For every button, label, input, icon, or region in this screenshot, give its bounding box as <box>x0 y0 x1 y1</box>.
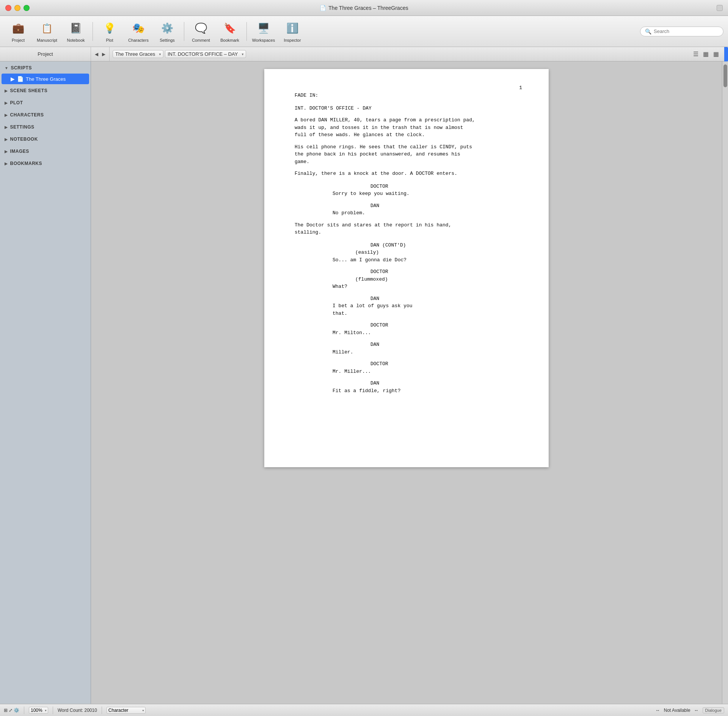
sidebar-item-three-graces[interactable]: ▶ 📄 The Three Graces <box>2 74 89 84</box>
script-scene-heading: INT. DOCTOR'S OFFICE - DAY <box>295 105 522 112</box>
location-icon: ↔ <box>656 708 660 713</box>
page-number: 1 <box>519 84 522 92</box>
script-char-dan-2: DAN <box>370 295 522 303</box>
sidebar-images-header[interactable]: ▶ IMAGES <box>0 145 91 157</box>
toolbar-plot-label: Plot <box>106 38 113 42</box>
sidebar-plot-header[interactable]: ▶ PLOT <box>0 96 91 108</box>
grid-view-icon[interactable]: ▦ <box>701 50 710 58</box>
location-select[interactable]: INT. DOCTOR'S OFFICE – DAY <box>165 50 246 58</box>
images-chevron-icon: ▶ <box>5 149 8 154</box>
toolbar-project-label: Project <box>12 38 25 42</box>
element-select-wrap: Character Action Dialogue Scene Heading <box>107 707 146 714</box>
workspaces-icon: 🖥️ <box>256 20 271 36</box>
bookmarks-chevron-icon: ▶ <box>5 162 8 166</box>
script-dialogue-3: So... am I gonna die Doc? <box>333 256 484 264</box>
toolbar-bookmark-label: Bookmark <box>220 38 239 42</box>
sidebar-notebook-label: NOTEBOOK <box>10 137 38 142</box>
zoom-select[interactable]: 100% 75% 125% 150% <box>29 707 48 714</box>
comment-icon: 🗨️ <box>193 20 209 36</box>
search-input[interactable] <box>654 28 714 34</box>
toolbar-bookmark[interactable]: 🔖 Bookmark <box>216 18 243 45</box>
status-sep-2 <box>53 707 53 714</box>
word-count-label: Word Count: 20010 <box>58 708 97 713</box>
expand-button[interactable] <box>717 5 723 11</box>
characters-icon: 🎭 <box>130 20 146 36</box>
sidebar-section-plot: ▶ PLOT <box>0 96 91 108</box>
search-box[interactable]: 🔍 <box>640 27 723 36</box>
toolbar-project[interactable]: 💼 Project <box>5 18 32 45</box>
toolbar-workspaces[interactable]: 🖥️ Workspaces <box>250 18 277 45</box>
nav-back-arrow[interactable]: ◀ <box>93 51 100 58</box>
sidebar-section-notebook: ▶ NOTEBOOK <box>0 133 91 145</box>
sidebar-characters-header[interactable]: ▶ CHARACTERS <box>0 108 91 121</box>
sidebar-bookmarks-label: BOOKMARKS <box>10 161 42 166</box>
script-page[interactable]: 1 FADE IN: INT. DOCTOR'S OFFICE - DAY A … <box>264 69 549 467</box>
scene-select[interactable]: The Three Graces <box>113 50 163 58</box>
search-icon: 🔍 <box>645 28 651 35</box>
project-label: Project <box>0 47 91 61</box>
fullscreen-icon: ⤢ <box>9 708 13 713</box>
plot-chevron-icon: ▶ <box>5 101 8 105</box>
sidebar: ▼ SCRIPTS ▶ 📄 The Three Graces ▶ SCENE S… <box>0 61 91 704</box>
toolbar-plot[interactable]: 💡 Plot <box>96 18 123 45</box>
sidebar-bookmarks-header[interactable]: ▶ BOOKMARKS <box>0 157 91 169</box>
toolbar-characters[interactable]: 🎭 Characters <box>125 18 152 45</box>
outline-view-icon[interactable]: ▦ <box>712 50 720 58</box>
toolbar-separator-2 <box>184 22 184 41</box>
toolbar-manuscript[interactable]: 📋 Manuscript <box>33 18 61 45</box>
status-sep-3 <box>102 707 102 714</box>
toolbar-inspector[interactable]: ℹ️ Inspector <box>279 18 306 45</box>
scripts-chevron-icon: ▼ <box>5 66 8 70</box>
document-icon: 📄 <box>320 5 326 11</box>
sidebar-settings-header[interactable]: ▶ SETTINGS <box>0 121 91 133</box>
sidebar-section-images: ▶ IMAGES <box>0 145 91 157</box>
statusbar-left-icons[interactable]: ⊞ ⤢ ⚙️ <box>4 708 19 713</box>
sidebar-scripts-header[interactable]: ▼ SCRIPTS <box>0 61 91 74</box>
layout-icon: ⊞ <box>4 708 8 713</box>
three-graces-chevron-icon: ▶ <box>11 76 15 82</box>
sidebar-images-label: IMAGES <box>10 149 29 154</box>
script-char-doctor-2: DOCTOR <box>370 268 522 276</box>
window-title: 📄 The Three Graces – ThreeGraces <box>320 5 408 11</box>
toolbar-characters-label: Characters <box>128 38 149 42</box>
zoom-area: 100% 75% 125% 150% <box>29 707 48 714</box>
bookmark-icon: 🔖 <box>222 20 238 36</box>
three-graces-doc-icon: 📄 <box>17 76 24 82</box>
scene-sheets-chevron-icon: ▶ <box>5 89 8 93</box>
secondary-bar: Project ◀ ▶ The Three Graces INT. DOCTOR… <box>0 47 728 61</box>
notebook-chevron-icon: ▶ <box>5 137 8 141</box>
titlebar: 📄 The Three Graces – ThreeGraces <box>0 0 728 16</box>
sidebar-scene-sheets-header[interactable]: ▶ SCENE SHEETS <box>0 84 91 96</box>
maximize-button[interactable] <box>24 5 30 11</box>
sidebar-characters-label: CHARACTERS <box>10 112 44 118</box>
sidebar-section-scene-sheets: ▶ SCENE SHEETS <box>0 84 91 96</box>
sidebar-section-bookmarks: ▶ BOOKMARKS <box>0 157 91 169</box>
inspector-icon: ℹ️ <box>284 20 300 36</box>
plot-icon: 💡 <box>102 20 118 36</box>
script-dialogue-9: Fit as a fiddle, right? <box>333 387 484 395</box>
minimize-button[interactable] <box>14 5 20 11</box>
toolbar-comment[interactable]: 🗨️ Comment <box>187 18 215 45</box>
close-button[interactable] <box>5 5 11 11</box>
script-char-dan-3: DAN <box>370 341 522 349</box>
sidebar-notebook-header[interactable]: ▶ NOTEBOOK <box>0 133 91 145</box>
toolbar-manuscript-label: Manuscript <box>37 38 57 42</box>
tag-icon: ↔ <box>694 708 699 713</box>
right-scrollbar[interactable] <box>722 61 728 704</box>
script-action-3: Finally, there is a knock at the door. A… <box>295 170 522 177</box>
list-view-icon[interactable]: ☰ <box>692 50 700 58</box>
script-paren-2: (flummoxed) <box>355 276 522 283</box>
script-dialogue-5: I bet a lot of guys ask youthat. <box>333 302 484 317</box>
toolbar-settings[interactable]: ⚙️ Settings <box>154 18 181 45</box>
toolbar-notebook[interactable]: 📓 Notebook <box>62 18 89 45</box>
sidebar-section-characters: ▶ CHARACTERS <box>0 108 91 121</box>
sidebar-settings-label: SETTINGS <box>10 124 35 130</box>
script-action-1: A bored DAN MILLER, 40, tears a page fro… <box>295 116 522 139</box>
nav-forward-arrow[interactable]: ▶ <box>100 51 107 58</box>
view-icons: ☰ ▦ ▦ <box>692 50 723 58</box>
sidebar-three-graces-label: The Three Graces <box>26 76 66 82</box>
settings-chevron-icon: ▶ <box>5 125 8 129</box>
element-select[interactable]: Character Action Dialogue Scene Heading <box>107 707 146 714</box>
sidebar-scripts-label: SCRIPTS <box>11 65 32 71</box>
script-dialogue-1: Sorry to keep you waiting. <box>333 190 484 198</box>
